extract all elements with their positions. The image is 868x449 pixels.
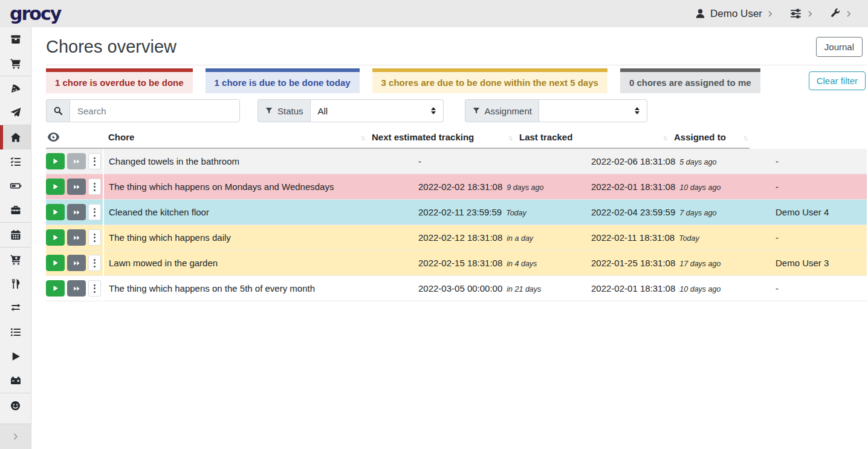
main-content: Chores overview Journal 1 chore is overd… [31, 27, 868, 449]
chore-cell: The thing which happens on Mondays and W… [103, 174, 413, 200]
sort-icon: ↑↓ [360, 134, 364, 142]
last-tracked-date: 2022-02-01 18:31:08 [591, 283, 675, 293]
chore-cell: Changed towels in the bathroom [103, 149, 413, 174]
last-tracked-date: 2022-02-06 18:31:08 [591, 156, 675, 166]
page-title: Chores overview [46, 37, 177, 57]
next-tracking-cell: 2022-02-11 23:59:59Today [413, 200, 586, 225]
chore-cell: Lawn mowed in the garden [103, 251, 413, 276]
relative-time: in a day [507, 234, 533, 243]
skip-chore-button[interactable] [67, 255, 86, 271]
track-chore-button[interactable] [46, 255, 65, 271]
chores-table: Chore↑↓ Next estimated tracking↑↓ Last t… [46, 127, 867, 301]
clear-filter-button[interactable]: Clear filter [809, 71, 866, 90]
row-menu-button[interactable] [88, 255, 101, 271]
table-row: Lawn mowed in the garden 2022-02-15 18:3… [46, 251, 867, 276]
sidebar-item-smiley[interactable] [0, 393, 31, 418]
row-menu-button[interactable] [88, 204, 101, 220]
last-tracked-cell: 2022-02-11 18:31:08Today [586, 225, 769, 251]
row-actions-cell [46, 251, 103, 276]
skip-chore-button[interactable] [67, 153, 86, 169]
chevron-right-icon [11, 433, 19, 441]
sidebar-item-recipes[interactable] [0, 76, 31, 100]
sidebar-item-equipment[interactable] [0, 198, 31, 222]
status-filter-label-text: Status [277, 106, 303, 116]
summary-card-assigned-to-me[interactable]: 0 chores are assigned to me [620, 68, 760, 93]
next-tracking-date: 2022-02-12 18:31:08 [418, 232, 502, 243]
column-header-chore[interactable]: Chore↑↓ [103, 127, 367, 148]
skip-chore-button[interactable] [67, 204, 86, 220]
row-actions-cell [46, 174, 103, 200]
sort-icon: ↑↓ [508, 134, 511, 142]
assignment-select[interactable] [539, 99, 647, 122]
navbar-menus: Demo User [679, 7, 852, 20]
track-chore-button[interactable] [46, 179, 65, 195]
chore-cell: The thing which happens daily [103, 225, 413, 251]
sidebar-item-inventory[interactable] [0, 320, 31, 344]
sidebar-item-consume[interactable] [0, 272, 31, 296]
next-tracking-date: - [418, 156, 421, 166]
table-row: The thing which happens on the 5th of ev… [46, 276, 867, 301]
relative-time: 10 days ago [679, 285, 721, 293]
track-chore-button[interactable] [46, 229, 65, 246]
divider [46, 65, 867, 65]
track-chore-button[interactable] [46, 204, 65, 220]
pizza-slice-icon [10, 82, 22, 94]
sidebar-item-tasks[interactable] [0, 149, 31, 174]
sidebar-item-chores-overview[interactable] [0, 125, 31, 149]
admin-menu[interactable] [829, 8, 852, 19]
chevron-right-icon [845, 10, 852, 18]
filter-icon [265, 107, 273, 115]
sidebar-item-batteries-overview[interactable] [0, 174, 31, 198]
sidebar-item-chore-tracking[interactable] [0, 344, 31, 369]
wrench-icon [829, 8, 841, 19]
row-menu-button[interactable] [88, 280, 101, 297]
column-header-label: Next estimated tracking [372, 132, 474, 142]
search-input[interactable] [70, 99, 240, 122]
column-header-visibility [46, 127, 103, 148]
sidebar-item-meal-plan[interactable] [0, 100, 31, 125]
last-tracked-cell: 2022-02-06 18:31:085 days ago [586, 149, 769, 174]
last-tracked-cell: 2022-02-01 18:31:0810 days ago [586, 174, 769, 200]
user-menu[interactable]: Demo User [695, 8, 774, 20]
last-tracked-date: 2022-02-04 23:59:59 [591, 207, 675, 217]
app-logo[interactable]: grocy [10, 0, 60, 27]
column-header-assigned-to[interactable]: Assigned to↑↓ [669, 127, 750, 148]
chore-cell: Cleaned the kitchen floor [103, 200, 413, 225]
paper-plane-icon [10, 107, 22, 119]
settings-menu[interactable] [789, 7, 814, 20]
track-chore-button[interactable] [46, 153, 65, 169]
sidebar [0, 27, 31, 449]
cart-plus-icon [10, 254, 22, 266]
column-header-last-tracked[interactable]: Last tracked↑↓ [514, 127, 669, 148]
user-icon [695, 8, 706, 19]
chevron-right-icon [766, 10, 774, 18]
row-menu-button[interactable] [88, 229, 101, 246]
sidebar-item-stock[interactable] [0, 27, 31, 51]
table-row: Changed towels in the bathroom - 2022-02… [46, 149, 867, 174]
smiley-icon [10, 400, 21, 411]
play-icon [10, 351, 21, 362]
sidebar-item-calendar[interactable] [0, 223, 31, 247]
sidebar-item-shopping-list[interactable] [0, 51, 31, 76]
column-header-next-tracking[interactable]: Next estimated tracking↑↓ [367, 127, 514, 148]
status-select[interactable]: All [310, 99, 444, 122]
skip-chore-button[interactable] [67, 229, 86, 246]
summary-card-overdue[interactable]: 1 chore is overdue to be done [46, 68, 193, 93]
search-addon [46, 99, 70, 122]
sidebar-collapse-toggle[interactable] [0, 424, 31, 449]
assignment-filter-label: Assignment [465, 99, 539, 122]
sidebar-item-transfer[interactable] [0, 296, 31, 320]
last-tracked-date: 2022-01-25 18:31:08 [591, 258, 675, 268]
summary-card-due-today[interactable]: 1 chore is due to be done today [206, 68, 360, 93]
journal-button[interactable]: Journal [816, 37, 863, 57]
sidebar-item-purchase[interactable] [0, 247, 31, 272]
tasks-icon [10, 156, 22, 168]
track-chore-button[interactable] [46, 280, 65, 297]
car-battery-icon [10, 375, 22, 387]
row-menu-button[interactable] [88, 153, 101, 169]
row-menu-button[interactable] [88, 179, 101, 195]
skip-chore-button[interactable] [67, 280, 86, 297]
summary-card-due-soon[interactable]: 3 chores are due to be done within the n… [372, 68, 607, 93]
skip-chore-button[interactable] [67, 179, 86, 195]
sidebar-item-battery-tracking[interactable] [0, 369, 31, 393]
